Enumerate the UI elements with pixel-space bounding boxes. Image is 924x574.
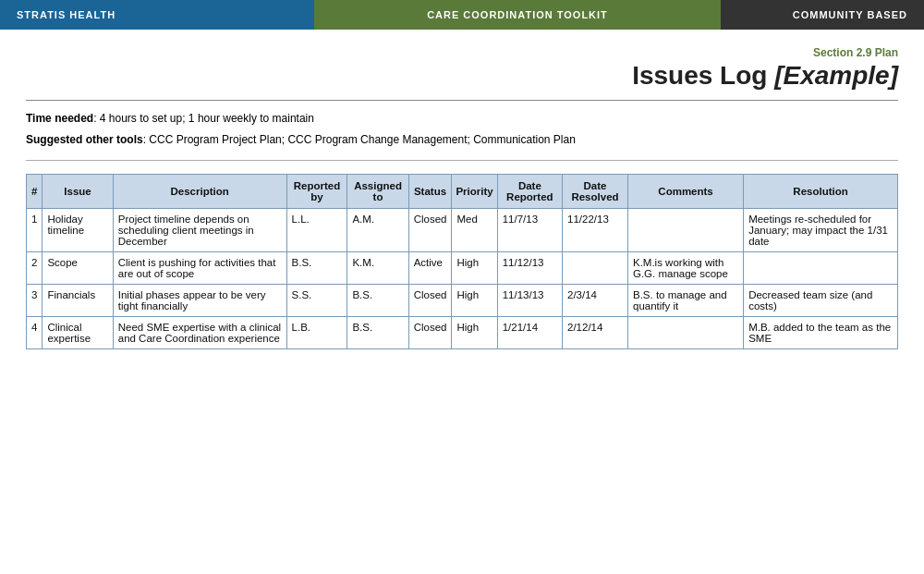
table-cell: L.B. <box>286 317 347 349</box>
col-num: # <box>27 175 43 209</box>
time-value: : 4 hours to set up; 1 hour weekly to ma… <box>93 112 314 125</box>
table-cell: 3 <box>27 285 43 317</box>
table-cell: L.L. <box>286 209 347 252</box>
table-cell: Decreased team size (and costs) <box>744 285 898 317</box>
table-cell: B.S. <box>286 252 347 285</box>
title-divider <box>26 100 898 101</box>
table-cell: 11/12/13 <box>497 252 562 285</box>
table-cell: K.M.is working with G.G. manage scope <box>627 252 743 285</box>
table-cell: Scope <box>43 252 113 285</box>
community-label: COMMUNITY BASED <box>793 9 907 20</box>
col-comments: Comments <box>627 175 743 209</box>
col-priority: Priority <box>452 175 497 209</box>
page-title-italic: [Example] <box>774 61 898 90</box>
table-cell: Initial phases appear to be very tight f… <box>113 285 286 317</box>
page-title-text: Issues Log <box>632 61 774 90</box>
table-cell <box>627 317 743 349</box>
table-cell: Financials <box>43 285 113 317</box>
col-assigned-to: Assigned to <box>347 175 408 209</box>
tools-value: : CCC Program Project Plan; CCC Program … <box>143 133 576 146</box>
table-cell: 1 <box>27 209 43 252</box>
table-cell: 2 <box>27 252 43 285</box>
header-toolkit: CARE COORDINATION TOOLKIT <box>314 0 721 30</box>
table-header-row: # Issue Description Reported by Assigned… <box>27 175 898 209</box>
table-cell: 2/3/14 <box>563 285 628 317</box>
col-date-resolved: Date Resolved <box>563 175 628 209</box>
col-issue: Issue <box>43 175 113 209</box>
table-cell: 11/13/13 <box>497 285 562 317</box>
table-cell: Med <box>452 209 497 252</box>
table-cell: Need SME expertise with a clinical and C… <box>113 317 286 349</box>
col-status: Status <box>408 175 452 209</box>
table-cell: 4 <box>27 317 43 349</box>
section-label: Section 2.9 Plan <box>26 46 898 59</box>
header-stratis: STRATIS HEALTH <box>0 0 314 30</box>
table-cell: B.S. <box>347 317 408 349</box>
table-cell: Client is pushing for activities that ar… <box>113 252 286 285</box>
main-content: Section 2.9 Plan Issues Log [Example] Ti… <box>0 30 924 372</box>
header-community: COMMUNITY BASED <box>721 0 924 30</box>
table-row: 1Holiday timelineProject timeline depend… <box>27 209 898 252</box>
table-cell: Holiday timeline <box>43 209 113 252</box>
table-cell: S.S. <box>286 285 347 317</box>
table-cell: Closed <box>408 317 452 349</box>
table-cell: A.M. <box>347 209 408 252</box>
table-cell: Project timeline depends on scheduling c… <box>113 209 286 252</box>
table-cell: Closed <box>408 285 452 317</box>
table-cell: Active <box>408 252 452 285</box>
table-cell: 11/22/13 <box>563 209 628 252</box>
meta-time: Time needed: 4 hours to set up; 1 hour w… <box>26 110 898 128</box>
meta-tools: Suggested other tools: CCC Program Proje… <box>26 131 898 149</box>
table-cell: M.B. added to the team as the SME <box>744 317 898 349</box>
table-cell <box>563 252 628 285</box>
table-cell: B.S. <box>347 285 408 317</box>
time-label: Time needed <box>26 112 93 125</box>
table-cell: K.M. <box>347 252 408 285</box>
table-cell: High <box>452 317 497 349</box>
table-cell <box>744 252 898 285</box>
col-reported-by: Reported by <box>286 175 347 209</box>
issues-table: # Issue Description Reported by Assigned… <box>26 174 898 349</box>
table-row: 2ScopeClient is pushing for activities t… <box>27 252 898 285</box>
stratis-label: STRATIS HEALTH <box>17 9 116 20</box>
col-date-reported: Date Reported <box>497 175 562 209</box>
table-row: 3FinancialsInitial phases appear to be v… <box>27 285 898 317</box>
header-bar: STRATIS HEALTH CARE COORDINATION TOOLKIT… <box>0 0 924 30</box>
table-cell: 11/7/13 <box>497 209 562 252</box>
toolkit-label: CARE COORDINATION TOOLKIT <box>427 9 608 20</box>
table-cell: High <box>452 285 497 317</box>
col-description: Description <box>113 175 286 209</box>
table-cell: B.S. to manage and quantify it <box>627 285 743 317</box>
table-cell: Meetings re-scheduled for January; may i… <box>744 209 898 252</box>
table-cell: High <box>452 252 497 285</box>
meta-divider <box>26 160 898 161</box>
table-cell <box>627 209 743 252</box>
page-title: Issues Log [Example] <box>26 61 898 91</box>
col-resolution: Resolution <box>744 175 898 209</box>
table-cell: Clinical expertise <box>43 317 113 349</box>
table-cell: 2/12/14 <box>563 317 628 349</box>
table-cell: 1/21/14 <box>497 317 562 349</box>
table-row: 4Clinical expertiseNeed SME expertise wi… <box>27 317 898 349</box>
tools-label: Suggested other tools <box>26 133 143 146</box>
table-cell: Closed <box>408 209 452 252</box>
